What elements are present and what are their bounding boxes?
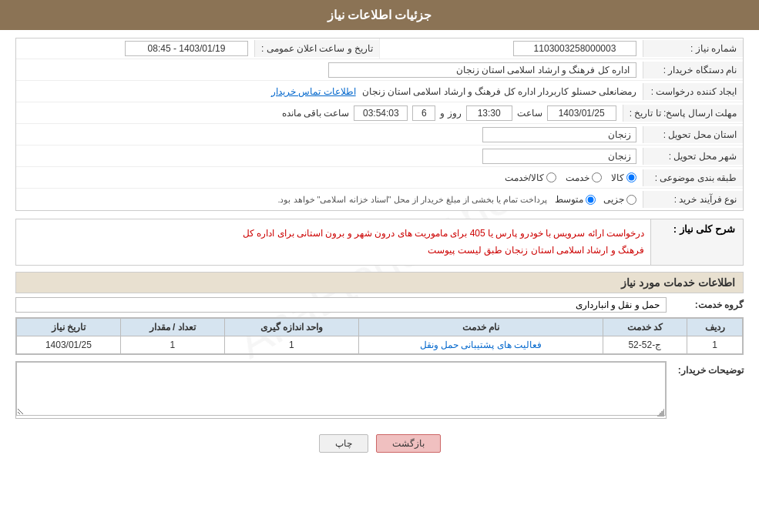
col-code: کد خدمت <box>603 319 687 336</box>
deadline-remaining-label: ساعت باقی مانده <box>282 108 350 119</box>
deadline-days: 6 <box>412 105 435 121</box>
service-group-row: گروه خدمت: حمل و نقل و انبارداری <box>15 297 744 313</box>
description-text1: درخواست ارائه سرویس با خودرو پارس یا 405… <box>22 226 644 243</box>
buyer-notes-textarea[interactable] <box>16 362 666 416</box>
buyer-notes-section: توضیحات خریدار: <box>15 361 744 419</box>
buyer-org-label: نام دستگاه خریدار : <box>643 62 743 79</box>
deadline-time: 13:30 <box>466 105 512 121</box>
description-label: شرح کلی نیاز : <box>650 219 743 265</box>
need-number-value: 1103003258000003 <box>380 38 643 59</box>
process-label: نوع فرآیند خرید : <box>643 191 743 208</box>
creator-value: رمضانعلی حسنلو کاربردار اداره کل فرهنگ و… <box>362 86 636 97</box>
need-number-label: شماره نیاز : <box>643 40 743 57</box>
col-row: ردیف <box>687 319 743 336</box>
category-option-goods[interactable]: کالا <box>611 172 636 183</box>
service-group-value: حمل و نقل و انبارداری <box>15 297 667 313</box>
page-title: جزئیات اطلاعات نیاز <box>327 8 432 22</box>
category-label: طبقه بندی موضوعی : <box>643 169 743 186</box>
cell-quantity: 1 <box>120 336 224 354</box>
back-button[interactable]: بازگشت <box>376 434 441 453</box>
category-area: کالا خدمت کالا/خدمت <box>16 170 643 186</box>
page-header: جزئیات اطلاعات نیاز <box>0 0 759 30</box>
cell-name[interactable]: فعالیت های پشتیبانی حمل ونقل <box>359 336 603 354</box>
col-name: نام خدمت <box>359 319 603 336</box>
province-value: زنجان <box>16 125 643 145</box>
service-group-label: گروه خدمت: <box>667 299 744 310</box>
send-deadline-label: مهلت ارسال پاسخ: تا تاریخ : <box>623 105 743 122</box>
deadline-remaining: 03:54:03 <box>354 105 408 121</box>
buyer-org-value: اداره کل فرهنگ و ارشاد اسلامی استان زنجا… <box>16 60 643 80</box>
province-label: استان محل تحویل : <box>643 126 743 143</box>
buyer-notes-content <box>15 361 667 419</box>
category-option-both[interactable]: کالا/خدمت <box>505 172 556 183</box>
announce-date-value: 1403/01/19 - 08:45 <box>16 38 254 59</box>
print-button[interactable]: چاپ <box>319 434 368 453</box>
process-area: جزیی متوسط پرداخت تمام یا بخشی از مبلغ خ… <box>16 192 643 207</box>
process-note: پرداخت تمام یا بخشی از مبلغ خریدار از مح… <box>277 195 547 205</box>
deadline-time-label: ساعت <box>517 108 542 119</box>
city-value: زنجان <box>16 146 643 166</box>
process-option-medium[interactable]: متوسط <box>555 194 596 205</box>
cell-code: ج-52-52 <box>603 336 687 354</box>
city-label: شهر محل تحویل : <box>643 148 743 165</box>
creator-area: رمضانعلی حسنلو کاربردار اداره کل فرهنگ و… <box>16 84 643 99</box>
description-content: درخواست ارائه سرویس با خودرو پارس یا 405… <box>16 219 650 265</box>
contact-link[interactable]: اطلاعات تماس خریدار <box>271 86 356 97</box>
cell-row: 1 <box>687 336 743 354</box>
category-option-service[interactable]: خدمت <box>566 172 602 183</box>
services-section-title: اطلاعات خدمات مورد نیاز <box>15 272 744 293</box>
table-row: 1 ج-52-52 فعالیت های پشتیبانی حمل ونقل 1… <box>17 336 743 354</box>
col-date: تاریخ نیاز <box>17 319 121 336</box>
cell-unit: 1 <box>224 336 359 354</box>
col-unit: واحد اندازه گیری <box>224 319 359 336</box>
buyer-notes-label: توضیحات خریدار: <box>667 361 744 419</box>
deadline-days-label: روز و <box>440 108 461 119</box>
deadline-area: 1403/01/25 ساعت 13:30 روز و 6 03:54:03 س… <box>16 103 623 123</box>
announce-date-label: تاریخ و ساعت اعلان عمومی : <box>254 40 379 57</box>
description-text2: فرهنگ و ارشاد اسلامی استان زنجان طبق لیس… <box>22 243 644 259</box>
buttons-row: بازگشت چاپ <box>15 427 744 460</box>
process-option-partial[interactable]: جزیی <box>603 194 636 205</box>
deadline-date: 1403/01/25 <box>547 105 616 121</box>
creator-label: ایجاد کننده درخواست : <box>643 83 743 100</box>
col-quantity: تعداد / مقدار <box>120 319 224 336</box>
cell-date: 1403/01/25 <box>17 336 121 354</box>
services-table: ردیف کد خدمت نام خدمت واحد اندازه گیری ت… <box>15 317 744 355</box>
